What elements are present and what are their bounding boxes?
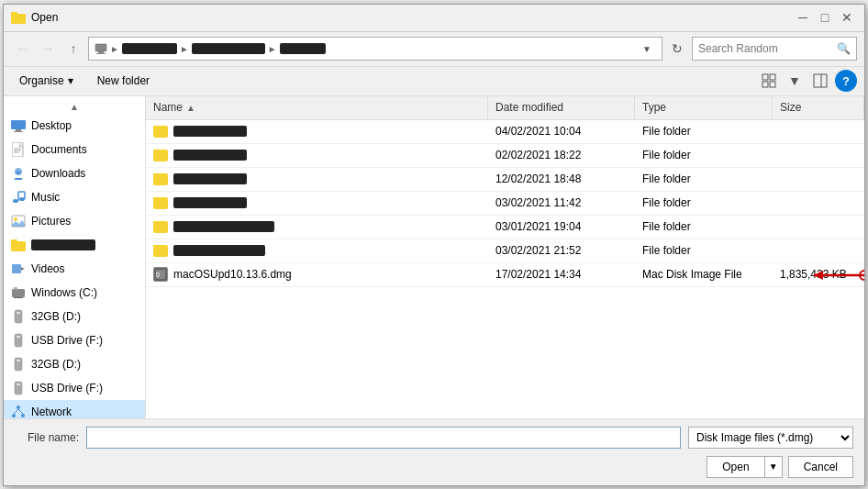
open-arrow-button[interactable]: ▼ xyxy=(764,456,783,478)
file-size-cell: 1,835,433 KB xyxy=(773,268,864,281)
forward-button[interactable]: → xyxy=(37,38,59,60)
table-row[interactable]: 12/02/2021 18:48 File folder xyxy=(146,168,864,192)
table-row[interactable]: 04/02/2021 10:04 File folder xyxy=(146,120,864,144)
minimize-button[interactable]: ─ xyxy=(793,7,813,28)
maximize-button[interactable]: □ xyxy=(815,7,835,28)
breadcrumb: ► ... ► ... ► ... xyxy=(95,42,634,55)
pane-icon xyxy=(813,73,828,88)
svg-rect-29 xyxy=(11,239,17,242)
svg-rect-33 xyxy=(14,287,17,290)
folder-icon xyxy=(153,197,168,209)
file-type-cell: Mac Disk Image File xyxy=(635,268,773,281)
file-name-redacted xyxy=(173,245,265,256)
network-icon xyxy=(11,405,26,418)
col-header-date[interactable]: Date modified xyxy=(488,96,635,119)
action-bar: Organise ▾ New folder ▼ xyxy=(4,67,864,96)
table-row[interactable]: 02/02/2021 18:22 File folder xyxy=(146,144,864,168)
col-header-name[interactable]: Name ▲ xyxy=(146,96,488,119)
file-type-cell: File folder xyxy=(635,220,773,233)
folder-icon xyxy=(153,126,168,138)
file-name-redacted xyxy=(173,150,247,161)
sidebar-item-pictures[interactable]: Pictures xyxy=(4,209,145,233)
address-bar: ► ... ► ... ► ... ▼ xyxy=(88,37,662,61)
organise-button[interactable]: Organise ▾ xyxy=(11,70,82,92)
svg-rect-1 xyxy=(11,12,17,16)
file-date-cell: 03/01/2021 19:04 xyxy=(488,220,635,233)
table-row[interactable]: D macOSUpd10.13.6.dmg 17/02/2021 14:34 M… xyxy=(146,263,864,287)
new-folder-button[interactable]: New folder xyxy=(89,70,158,92)
sidebar-item-redacted[interactable] xyxy=(4,233,145,257)
sidebar-32gb-d-label: 32GB (D:) xyxy=(31,310,81,323)
col-header-size[interactable]: Size xyxy=(773,96,864,119)
action-row: Open ▼ Cancel xyxy=(15,456,853,478)
sidebar-pictures-label: Pictures xyxy=(31,215,71,228)
filetype-select[interactable]: Disk Image files (*.dmg) xyxy=(688,427,853,449)
filename-label: File name: xyxy=(15,431,79,444)
back-button[interactable]: ← xyxy=(11,38,33,60)
documents-icon xyxy=(11,142,26,157)
usb-f2-icon xyxy=(11,381,26,395)
svg-rect-3 xyxy=(98,51,104,53)
svg-point-44 xyxy=(12,414,16,417)
table-row[interactable]: 03/02/2021 21:52 File folder xyxy=(146,239,864,263)
sidebar-item-32gb-d2[interactable]: 32GB (D:) xyxy=(4,352,145,376)
open-button[interactable]: Open xyxy=(707,456,763,478)
view-layout-button[interactable] xyxy=(758,70,780,92)
music-icon xyxy=(11,190,26,205)
svg-point-45 xyxy=(21,414,25,417)
svg-rect-2 xyxy=(95,44,106,51)
sidebar-item-documents[interactable]: Documents xyxy=(4,138,145,161)
col-header-type[interactable]: Type xyxy=(635,96,773,119)
sidebar-scroll-up[interactable]: ▲ xyxy=(4,100,145,114)
search-icon[interactable]: 🔍 xyxy=(837,42,851,55)
file-date-cell: 12/02/2021 18:48 xyxy=(488,172,635,185)
pictures-icon xyxy=(11,214,26,228)
sidebar-redacted-label xyxy=(31,239,95,250)
sidebar-downloads-label: Downloads xyxy=(31,167,85,180)
videos-icon xyxy=(11,261,26,276)
sidebar-item-32gb-d[interactable]: 32GB (D:) xyxy=(4,305,145,328)
new-folder-label: New folder xyxy=(97,74,150,87)
search-input[interactable] xyxy=(698,42,837,55)
table-row[interactable]: 03/01/2021 19:04 File folder xyxy=(146,216,864,239)
file-name-redacted xyxy=(173,173,247,184)
open-dialog: Open ─ □ ✕ ← → ↑ ► ... ► ... ► xyxy=(3,4,865,486)
sidebar-item-usb-f[interactable]: USB Drive (F:) xyxy=(4,328,145,352)
breadcrumb-part3: ... xyxy=(280,43,326,54)
sort-arrow-icon: ▲ xyxy=(186,103,195,113)
file-name-cell xyxy=(146,197,488,209)
svg-marker-52 xyxy=(814,271,823,280)
svg-point-43 xyxy=(17,406,20,409)
help-button[interactable]: ? xyxy=(835,70,857,92)
sidebar-item-network[interactable]: Network xyxy=(4,400,145,418)
svg-rect-7 xyxy=(762,82,768,87)
sidebar-item-windows-c[interactable]: Windows (C:) xyxy=(4,281,145,305)
file-name-cell xyxy=(146,150,488,161)
svg-rect-8 xyxy=(770,82,775,87)
sidebar-item-music[interactable]: Music xyxy=(4,185,145,209)
file-date-cell: 17/02/2021 14:34 xyxy=(488,268,635,281)
sidebar-item-downloads[interactable]: Downloads xyxy=(4,161,145,185)
preview-pane-button[interactable] xyxy=(809,70,831,92)
up-button[interactable]: ↑ xyxy=(62,38,84,60)
help-icon: ? xyxy=(842,74,850,88)
table-row[interactable]: 03/02/2021 11:42 File folder xyxy=(146,192,864,216)
address-dropdown-button[interactable]: ▼ xyxy=(638,44,656,54)
cancel-button[interactable]: Cancel xyxy=(788,456,853,478)
sidebar-item-desktop[interactable]: Desktop xyxy=(4,114,145,138)
close-button[interactable]: ✕ xyxy=(837,7,857,28)
file-date-cell: 02/02/2021 18:22 xyxy=(488,149,635,161)
folder-icon-redacted xyxy=(11,238,26,252)
breadcrumb-sep2: ► xyxy=(180,44,189,54)
sidebar-item-usb-f2[interactable]: USB Drive (F:) xyxy=(4,376,145,400)
sidebar-32gb-d2-label: 32GB (D:) xyxy=(31,358,81,371)
col-name-label: Name xyxy=(153,101,183,114)
view-dropdown-button[interactable]: ▼ xyxy=(784,70,806,92)
sidebar-item-videos[interactable]: Videos xyxy=(4,257,145,281)
filename-input[interactable] xyxy=(86,427,681,449)
usb-f-icon xyxy=(11,333,26,348)
refresh-button[interactable]: ↻ xyxy=(666,38,688,60)
folder-icon xyxy=(153,150,168,161)
search-box: 🔍 xyxy=(692,37,857,61)
svg-rect-28 xyxy=(11,241,26,251)
